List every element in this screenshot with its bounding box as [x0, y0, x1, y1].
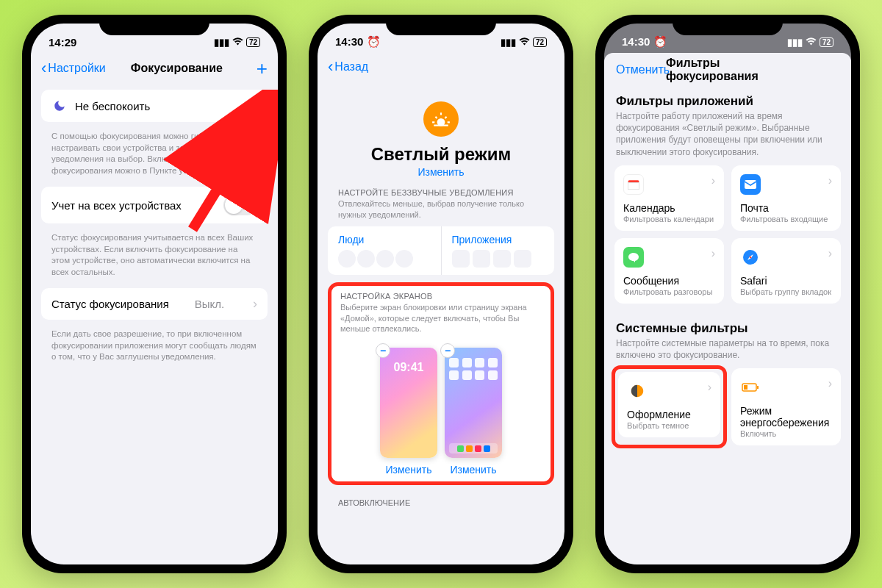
chevron-right-icon: ›	[828, 174, 832, 187]
svg-rect-9	[757, 386, 759, 389]
sys-filters-grid: › Оформление Выбрать темное ›	[614, 368, 841, 445]
mini-dock	[449, 443, 498, 453]
battery-icon: 72	[820, 37, 833, 47]
cancel-button[interactable]: Отменить	[616, 63, 670, 76]
svg-rect-4	[745, 180, 756, 189]
footer-text-1: С помощью фокусирования можно гибко наст…	[41, 126, 268, 187]
share-devices-card: Учет на всех устройствах	[41, 187, 268, 223]
battery-low-icon	[740, 377, 761, 398]
status-right: ▮▮▮ 72	[214, 37, 260, 48]
screen-focus-settings: 14:29 ▮▮▮ 72 ‹ Настройки Фокусирование +	[31, 24, 278, 564]
phone-2: 14:30 ⏰ ▮▮▮ 72 ‹ Назад Светлый режим	[309, 15, 573, 573]
filter-sub: Фильтровать календари	[623, 215, 715, 223]
chevron-right-icon: ›	[711, 247, 715, 260]
apps-label: Приложения	[452, 234, 545, 245]
chevron-left-icon: ‹	[328, 59, 333, 75]
edit-lock-button[interactable]: Изменить	[380, 464, 437, 476]
wifi-icon	[519, 37, 530, 48]
content: Светлый режим Изменить НАСТРОЙТЕ БЕЗЗВУЧ…	[318, 81, 564, 556]
sys-filters-title: Системные фильтры	[614, 314, 841, 337]
apps-column[interactable]: Приложения	[442, 226, 555, 275]
appearance-highlight-box: › Оформление Выбрать темное	[612, 365, 727, 448]
app-filters-desc: Настройте работу приложений на время фок…	[614, 110, 841, 165]
back-label: Настройки	[48, 62, 105, 75]
mini-time: 09:41	[380, 361, 437, 374]
battery-icon: 72	[533, 37, 547, 47]
filter-appearance[interactable]: › Оформление Выбрать темное	[618, 372, 720, 437]
sheet-content: Фильтры приложений Настройте работу прил…	[604, 84, 851, 448]
chevron-right-icon: ›	[711, 174, 715, 187]
section-notifications-sub: Отвлекайтесь меньше, выбрав получение то…	[328, 198, 554, 226]
dnd-card[interactable]: Не беспокоить ›	[41, 90, 268, 122]
mail-icon	[740, 174, 761, 195]
filter-sub: Выбрать темное	[627, 421, 711, 430]
appearance-icon	[627, 381, 648, 401]
edit-home-button[interactable]: Изменить	[445, 464, 502, 476]
share-switch[interactable]	[223, 195, 257, 215]
footer-text-2: Статус фокусирования учитывается на всех…	[41, 228, 268, 288]
focus-status-label: Статус фокусирования	[51, 298, 169, 310]
share-label: Учет на всех устройствах	[51, 199, 182, 212]
back-button[interactable]: ‹ Настройки	[41, 60, 106, 76]
filter-name: Почта	[740, 202, 832, 214]
focus-status-card[interactable]: Статус фокусирования Выкл. ›	[41, 288, 268, 320]
dnd-label: Не беспокоить	[75, 100, 150, 112]
status-time: 14:29	[49, 36, 76, 49]
filter-messages[interactable]: › Сообщения Фильтровать разговоры	[614, 238, 724, 304]
remove-badge[interactable]: −	[440, 343, 455, 358]
signal-icon: ▮▮▮	[214, 37, 229, 48]
add-button[interactable]: +	[257, 59, 268, 78]
apps-placeholders	[452, 250, 545, 268]
home-screen-preview[interactable]: − Изменить	[445, 348, 502, 476]
screens-row: − 09:41 Изменить −	[337, 348, 545, 476]
filter-name: Режим энергосбережения	[740, 405, 832, 429]
filter-calendar[interactable]: › Календарь Фильтровать календари	[614, 165, 724, 231]
focus-header: Светлый режим Изменить	[328, 87, 554, 188]
lock-screen-preview[interactable]: − 09:41 Изменить	[380, 348, 437, 476]
filter-name: Safari	[740, 275, 832, 287]
screen-focus-filters: 14:30 ⏰ ▮▮▮ 72 Отменить Фильтры фокусиро…	[604, 24, 851, 564]
app-filters-grid: › Календарь Фильтровать календари › Почт…	[614, 165, 841, 304]
filter-name: Оформление	[627, 409, 711, 420]
wifi-icon	[232, 37, 243, 48]
chevron-right-icon: ›	[828, 377, 832, 390]
nav-bar: ‹ Назад	[318, 53, 564, 81]
filter-low-power[interactable]: › Режим энергосбережения Включить	[731, 368, 841, 445]
screens-highlight-box: НАСТРОЙКА ЭКРАНОВ Выберите экран блокиро…	[328, 282, 554, 486]
filter-sub: Включить	[740, 429, 832, 438]
content: Не беспокоить › С помощью фокусирования …	[31, 84, 278, 559]
phone-3: 14:30 ⏰ ▮▮▮ 72 Отменить Фильтры фокусиро…	[595, 15, 860, 573]
svg-rect-2	[628, 180, 639, 182]
auto-section-header: АВТОВКЛЮЧЕНИЕ	[328, 485, 554, 507]
chevron-right-icon: ›	[708, 381, 711, 394]
section-notifications-header: НАСТРОЙТЕ БЕЗЗВУЧНЫЕ УВЕДОМЛЕНИЯ	[328, 188, 554, 198]
svg-rect-3	[628, 182, 639, 189]
people-label: Люди	[338, 234, 431, 245]
signal-icon: ▮▮▮	[501, 37, 516, 48]
phone-1: 14:29 ▮▮▮ 72 ‹ Настройки Фокусирование +	[22, 15, 287, 573]
notch	[673, 15, 783, 35]
filter-safari[interactable]: › Safari Выбрать группу вкладок	[731, 238, 841, 304]
filter-sub: Фильтровать разговоры	[623, 287, 715, 296]
status-right: ▮▮▮ 72	[787, 37, 833, 48]
sys-filters-desc: Настройте системные параметры на то врем…	[614, 337, 841, 368]
remove-badge[interactable]: −	[376, 343, 390, 358]
signal-icon: ▮▮▮	[787, 37, 803, 48]
notifications-card: Люди Приложения	[328, 226, 554, 275]
messages-icon	[623, 247, 644, 268]
change-button[interactable]: Изменить	[328, 166, 554, 178]
app-filters-title: Фильтры приложений	[614, 87, 841, 110]
back-button[interactable]: ‹ Назад	[328, 59, 368, 75]
filter-mail[interactable]: › Почта Фильтровать входящие	[731, 165, 841, 231]
chevron-right-icon: ›	[828, 247, 832, 260]
section-screens-sub: Выберите экран блокировки или страницу э…	[337, 302, 545, 341]
chevron-right-icon: ›	[253, 98, 257, 114]
sun-icon	[423, 101, 459, 137]
nav-title: Фокусирование	[131, 62, 223, 75]
battery-icon: 72	[246, 37, 260, 47]
sheet-nav: Отменить Фильтры фокусирования	[604, 53, 851, 84]
svg-rect-8	[744, 385, 747, 390]
filter-name: Календарь	[623, 202, 715, 214]
filter-sub: Выбрать группу вкладок	[740, 287, 832, 296]
people-column[interactable]: Люди	[328, 226, 442, 275]
